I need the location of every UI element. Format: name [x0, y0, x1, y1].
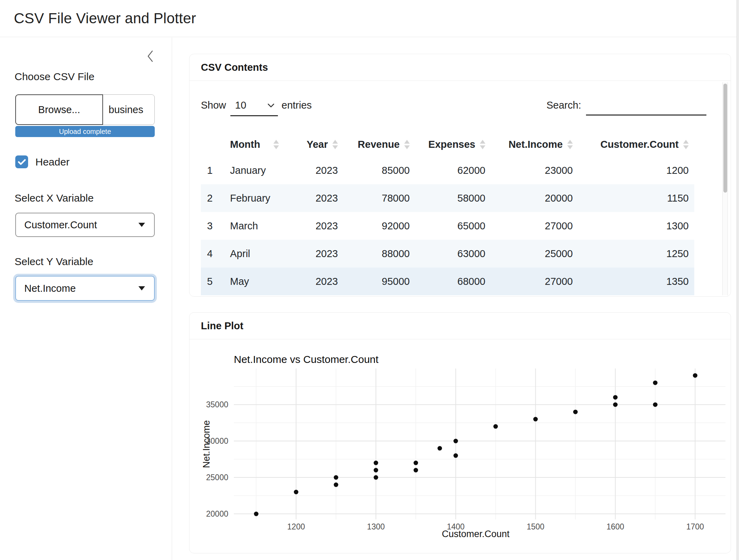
sidebar-collapse-button[interactable] — [144, 49, 156, 63]
table-cell: 62000 — [410, 156, 485, 184]
x-variable-select[interactable]: Customer.Count — [15, 213, 155, 237]
csv-contents-body: Show 10 entries Search: — [189, 81, 731, 297]
table-cell: 25000 — [485, 240, 573, 268]
column-header-year[interactable]: Year — [295, 132, 338, 156]
sort-icon — [567, 140, 573, 149]
csv-contents-title: CSV Contents — [189, 54, 731, 81]
data-point — [573, 410, 578, 414]
table-cell: 2023 — [295, 240, 338, 268]
plot-x-axis-label: Customer.Count — [442, 529, 510, 539]
table-cell: 1350 — [573, 268, 694, 295]
table-row: 4April20238800063000250001250 — [201, 240, 694, 268]
sort-icon — [404, 140, 410, 149]
page-title: CSV File Viewer and Plotter — [14, 10, 196, 27]
show-label: Show — [201, 100, 226, 111]
table-cell: 20000 — [485, 184, 573, 212]
data-point — [653, 402, 657, 407]
line-plot-title: Line Plot — [189, 313, 731, 339]
window-scrollbar-edge[interactable] — [737, 0, 739, 560]
column-header-net-income[interactable]: Net.Income — [485, 132, 573, 156]
y-variable-select[interactable]: Net.Income — [15, 276, 155, 301]
chevron-down-icon — [267, 103, 274, 108]
table-cell: February — [218, 184, 295, 212]
scatter-plot: 1200130014001500160017002000025000300003… — [189, 339, 731, 553]
table-cell: January — [218, 156, 295, 184]
column-header-index — [201, 132, 218, 156]
y-tick-label: 35000 — [206, 400, 228, 409]
table-cell: 85000 — [338, 156, 410, 184]
data-point — [374, 461, 378, 465]
table-cell: 58000 — [410, 184, 485, 212]
table-cell: 88000 — [338, 240, 410, 268]
entries-select-value: 10 — [235, 100, 246, 111]
table-cell: 27000 — [485, 268, 573, 295]
sort-icon — [273, 140, 279, 149]
table-cell: 63000 — [410, 240, 485, 268]
table-row: 2February20237800058000200001150 — [201, 184, 694, 212]
column-label: Customer.Count — [600, 139, 679, 150]
table-length-control: Show 10 entries — [201, 97, 312, 116]
app-window: CSV File Viewer and Plotter Choose CSV F… — [0, 0, 739, 560]
file-input: Browse... busines — [15, 94, 155, 125]
file-input-label: Choose CSV File — [15, 71, 94, 83]
chevron-left-icon — [146, 50, 154, 62]
table-scrollbar-track[interactable] — [722, 82, 728, 295]
table-cell: 68000 — [410, 268, 485, 295]
entries-select[interactable]: 10 — [230, 97, 278, 116]
data-point — [653, 381, 657, 385]
data-point — [414, 461, 418, 465]
table-cell: 3 — [201, 212, 218, 240]
browse-button[interactable]: Browse... — [15, 94, 103, 125]
plot-title: Net.Income vs Customer.Count — [234, 354, 379, 365]
sort-icon — [479, 140, 485, 149]
data-point — [438, 446, 442, 451]
column-header-expenses[interactable]: Expenses — [410, 132, 485, 156]
table-cell: 2023 — [295, 212, 338, 240]
y-variable-label: Select Y Variable — [15, 256, 93, 268]
x-variable-value: Customer.Count — [24, 219, 97, 231]
y-variable-value: Net.Income — [24, 283, 76, 294]
column-label: Month — [230, 139, 260, 150]
data-point — [334, 483, 338, 487]
line-plot-card: Line Plot 120013001400150016001700200002… — [189, 312, 731, 553]
column-label: Net.Income — [509, 139, 563, 150]
table-cell: May — [218, 268, 295, 295]
table-scrollbar-thumb[interactable] — [723, 84, 727, 193]
table-search-control: Search: — [546, 97, 706, 116]
csv-contents-card: CSV Contents Show 10 entries Search: — [189, 54, 731, 297]
table-cell: 1150 — [573, 184, 694, 212]
data-point — [294, 490, 298, 494]
sidebar: Choose CSV File Browse... busines Upload… — [0, 37, 172, 560]
table-cell: 1200 — [573, 156, 694, 184]
column-label: Year — [307, 139, 328, 150]
column-header-month[interactable]: Month — [218, 132, 295, 156]
column-header-revenue[interactable]: Revenue — [338, 132, 410, 156]
table-cell: 23000 — [485, 156, 573, 184]
column-header-customer-count[interactable]: Customer.Count — [573, 132, 694, 156]
table-cell: 2 — [201, 184, 218, 212]
entries-label: entries — [282, 100, 312, 111]
header-checkbox-label: Header — [35, 155, 69, 168]
check-icon — [18, 159, 26, 166]
table-row: 3March20239200065000270001300 — [201, 212, 694, 240]
caret-down-icon — [138, 286, 145, 290]
caret-down-icon — [138, 223, 145, 227]
search-input[interactable] — [586, 97, 706, 116]
csv-table-body: 1January202385000620002300012002February… — [201, 156, 694, 295]
y-tick-label: 20000 — [206, 509, 228, 518]
csv-table-head: MonthYearRevenueExpensesNet.IncomeCustom… — [201, 132, 694, 156]
data-point — [613, 395, 618, 400]
header-checkbox[interactable] — [15, 155, 28, 168]
table-cell: 1300 — [573, 212, 694, 240]
upload-progress-bar: Upload complete — [15, 126, 155, 137]
table-cell: 65000 — [410, 212, 485, 240]
data-point — [533, 417, 538, 422]
data-point — [493, 424, 498, 429]
x-tick-label: 1600 — [606, 522, 624, 531]
sort-icon — [332, 140, 338, 149]
table-header-row: MonthYearRevenueExpensesNet.IncomeCustom… — [201, 132, 694, 156]
file-name-field[interactable]: busines — [103, 94, 155, 125]
column-label: Revenue — [358, 139, 400, 150]
x-tick-label: 1700 — [686, 522, 704, 531]
table-cell: 1 — [201, 156, 218, 184]
